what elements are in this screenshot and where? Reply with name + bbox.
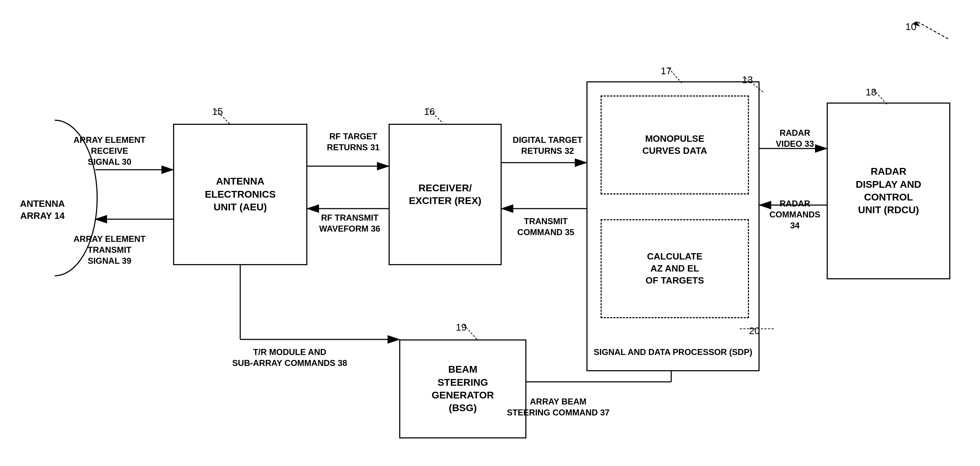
rf-target-returns-label: RF TARGETRETURNS 31 [318, 131, 388, 153]
svg-marker-19 [912, 21, 920, 27]
ref-13-arrow [731, 71, 774, 96]
ref-10-arrow [888, 11, 959, 46]
rdcu-box: RADARDISPLAY ANDCONTROLUNIT (RDCU) [827, 102, 950, 279]
antenna-array-label: ANTENNAARRAY 14 [7, 198, 78, 222]
ref-20-arrow [728, 318, 784, 340]
svg-line-21 [428, 108, 442, 122]
rex-box: RECEIVER/EXCITER (REX) [388, 124, 502, 265]
array-beam-steering-label: ARRAY BEAMSTEERING COMMAND 37 [495, 396, 622, 418]
sdp-label: SIGNAL AND DATA PROCESSOR (SDP) [590, 346, 756, 357]
svg-line-23 [745, 78, 763, 92]
svg-line-22 [668, 67, 682, 83]
monopulse-box: MONOPULSECURVES DATA [601, 96, 749, 195]
transmit-command-label: TRANSMITCOMMAND 35 [505, 215, 587, 238]
bsg-box: BEAMSTEERINGGENERATOR(BSG) [399, 340, 527, 439]
aeu-ref-arrow [198, 102, 240, 127]
radar-commands-label: RADARCOMMANDS34 [761, 198, 829, 231]
svg-line-20 [215, 110, 230, 124]
receive-signal-label: ARRAY ELEMENTRECEIVESIGNAL 30 [60, 134, 159, 168]
rf-transmit-waveform-label: RF TRANSMITWAVEFORM 36 [311, 212, 388, 234]
rex-ref-arrow [410, 101, 452, 126]
svg-line-18 [916, 21, 948, 39]
aeu-box: ANTENNAELECTRONICSUNIT (AEU) [173, 124, 307, 265]
digital-target-returns-label: DIGITAL TARGETRETURNS 32 [505, 134, 590, 156]
radar-video-label: RADARVIDEO 33 [763, 127, 827, 149]
bsg-ref-arrow [445, 318, 487, 343]
calc-az-el-box: CALCULATEAZ AND ELOF TARGETS [601, 219, 749, 318]
tr-module-label: T/R MODULE ANDSUB-ARRAY COMMANDS 38 [205, 346, 374, 369]
rdcu-ref-arrow [855, 83, 897, 108]
sdp-ref-arrow [650, 62, 692, 87]
transmit-signal-label: ARRAY ELEMENTTRANSMITSIGNAL 39 [60, 233, 159, 267]
svg-line-25 [873, 88, 887, 104]
diagram: 10 ANTENNAARRAY 14 ANTENNAELECTRONICSUNI… [0, 0, 980, 466]
svg-line-26 [463, 324, 477, 340]
